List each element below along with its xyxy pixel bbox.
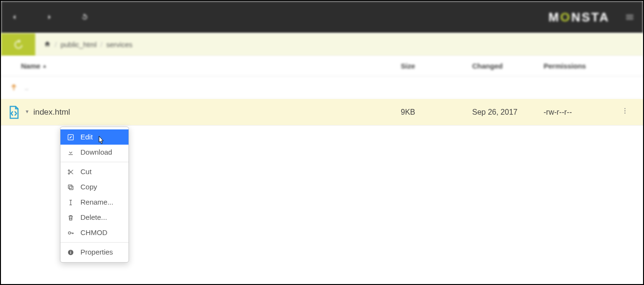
crumb-sep: / (100, 40, 102, 49)
svg-rect-8 (68, 185, 72, 188)
svg-point-6 (68, 173, 69, 174)
edit-icon (66, 134, 75, 141)
file-html-icon (7, 105, 21, 119)
crumb-public-html[interactable]: public_html (60, 40, 97, 49)
caret-down-icon[interactable]: ▼ (25, 109, 30, 114)
columns-header: Name ▲ Size Changed Permissions (1, 56, 643, 76)
breadcrumb: / public_html / services (35, 40, 132, 49)
menu-properties[interactable]: Properties (60, 245, 129, 260)
crumb-sep: / (55, 40, 57, 49)
menu-icon[interactable] (625, 12, 634, 22)
file-changed: Sep 26, 2017 (472, 108, 544, 117)
menu-rename[interactable]: Rename... (60, 195, 129, 210)
col-changed-header[interactable]: Changed (472, 62, 544, 70)
menu-cut[interactable]: Cut (60, 164, 129, 179)
menu-chmod[interactable]: CHMOD (60, 225, 129, 240)
topbar: MONSTA (1, 1, 643, 33)
sort-asc-icon: ▲ (42, 63, 47, 69)
col-size-header[interactable]: Size (401, 62, 472, 70)
svg-point-2 (624, 110, 625, 111)
file-size: 9KB (401, 108, 472, 117)
topbar-right: MONSTA (548, 10, 634, 25)
svg-point-5 (68, 169, 69, 171)
more-vert-icon[interactable] (621, 107, 629, 117)
menu-separator (60, 162, 129, 162)
menu-edit[interactable]: Edit (60, 129, 129, 145)
svg-rect-11 (70, 252, 70, 254)
crumb-services[interactable]: services (106, 40, 132, 49)
svg-rect-12 (70, 251, 70, 251)
history-button[interactable] (1, 33, 35, 56)
svg-point-1 (624, 108, 625, 109)
svg-point-3 (624, 113, 625, 114)
parent-label: .. (25, 84, 29, 91)
rename-icon (66, 199, 75, 206)
svg-point-9 (68, 232, 70, 234)
refresh-icon[interactable] (80, 12, 89, 22)
file-name: index.html (33, 108, 70, 117)
parent-row[interactable]: .. (1, 76, 643, 99)
svg-rect-7 (69, 186, 73, 190)
delete-icon (66, 214, 75, 221)
col-permissions-header[interactable]: Permissions (544, 62, 643, 70)
up-arrow-icon (10, 81, 18, 93)
breadcrumb-row: / public_html / services (1, 33, 643, 56)
download-icon (66, 149, 75, 156)
menu-copy[interactable]: Copy (60, 179, 129, 195)
menu-download[interactable]: Download (60, 145, 129, 160)
col-name-header[interactable]: Name ▲ (1, 62, 401, 70)
chmod-icon (66, 229, 75, 236)
info-icon (66, 249, 75, 256)
menu-separator (60, 242, 129, 243)
home-icon[interactable] (44, 40, 51, 49)
copy-icon (66, 184, 75, 191)
topbar-left (10, 12, 89, 22)
back-icon[interactable] (10, 12, 19, 22)
forward-icon[interactable] (45, 12, 54, 22)
file-row[interactable]: ▼ index.html 9KB Sep 26, 2017 -rw-r--r-- (1, 99, 643, 126)
menu-delete[interactable]: Delete... (60, 210, 129, 225)
context-menu: Edit Download Cut Copy Rename... Delete.… (60, 127, 129, 263)
svg-point-0 (13, 89, 14, 90)
brand-logo: MONSTA (548, 10, 610, 25)
cut-icon (66, 168, 75, 176)
